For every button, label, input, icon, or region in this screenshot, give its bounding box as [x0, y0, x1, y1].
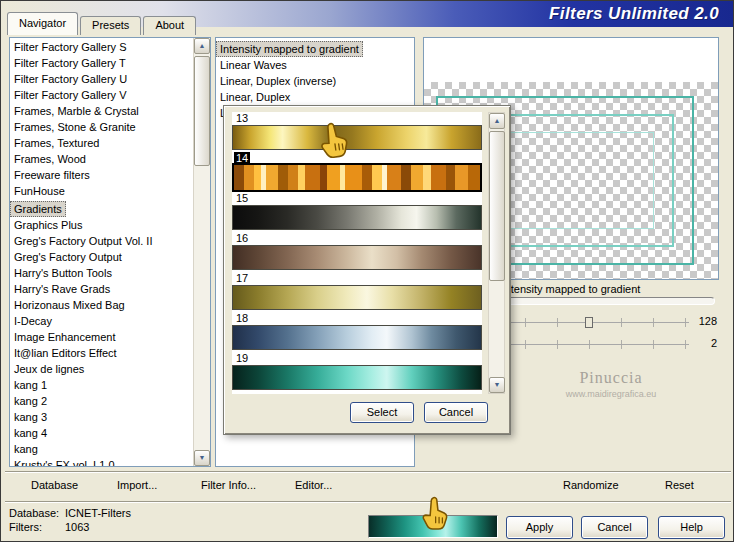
tab-presets[interactable]: Presets — [80, 16, 141, 35]
filter-item[interactable]: Linear, Duplex (inverse) — [216, 73, 413, 89]
gradient-number: 18 — [234, 312, 250, 325]
watermark-url: www.maidiregrafica.eu — [539, 389, 683, 399]
database-value: ICNET-Filters — [65, 507, 131, 519]
gradient-number: 13 — [234, 112, 250, 125]
popup-scrollbar[interactable]: ▲ ▼ — [488, 112, 505, 394]
gradient-swatch[interactable] — [232, 325, 482, 350]
navigator-item[interactable]: FunHouse — [10, 183, 193, 199]
navigator-panel: Filter Factory Gallery SFilter Factory G… — [9, 37, 211, 467]
param1-slider-thumb[interactable] — [585, 317, 593, 328]
cancel-button[interactable]: Cancel — [581, 516, 648, 539]
gradient-option-19[interactable]: 19 — [232, 352, 482, 392]
select-button[interactable]: Select — [350, 402, 414, 423]
filter-info-button[interactable]: Filter Info... — [201, 479, 256, 491]
navigator-item[interactable]: Freeware filters — [10, 167, 193, 183]
randomize-button[interactable]: Randomize — [563, 479, 619, 491]
navigator-item[interactable]: kang 4 — [10, 425, 193, 441]
navigator-item[interactable]: Jeux de lignes — [10, 361, 193, 377]
navigator-item[interactable]: I-Decay — [10, 313, 193, 329]
gradient-swatch[interactable] — [232, 163, 482, 192]
database-label: Database: — [9, 507, 59, 519]
gradient-number: 15 — [234, 192, 250, 205]
navigator-item[interactable]: kang 3 — [10, 409, 193, 425]
separator — [5, 501, 731, 503]
navigator-item[interactable]: Krusty's FX vol. I 1.0 — [10, 457, 193, 466]
reset-button[interactable]: Reset — [665, 479, 694, 491]
gradient-option-15[interactable]: 15 — [232, 192, 482, 232]
navigator-item[interactable]: Image Enhancement — [10, 329, 193, 345]
import-button[interactable]: Import... — [117, 479, 157, 491]
navigator-item[interactable]: Frames, Wood — [10, 151, 193, 167]
scrollbar-thumb[interactable] — [194, 56, 210, 166]
database-button[interactable]: Database — [31, 479, 78, 491]
filters-count-value: 1063 — [65, 521, 89, 533]
gradient-option-13[interactable]: 13 — [232, 112, 482, 152]
apply-button[interactable]: Apply — [506, 516, 573, 539]
navigator-item[interactable]: Harry's Button Tools — [10, 265, 193, 281]
navigator-item[interactable]: Graphics Plus — [10, 217, 193, 233]
scroll-down-icon[interactable]: ▼ — [489, 377, 505, 393]
popup-cancel-button[interactable]: Cancel — [424, 402, 488, 423]
hand-cursor-icon — [316, 119, 352, 165]
navigator-item[interactable]: Filter Factory Gallery T — [10, 55, 193, 71]
tab-about[interactable]: About — [143, 16, 196, 35]
gradient-swatch[interactable] — [232, 205, 482, 230]
navigator-item[interactable]: Harry's Rave Grads — [10, 281, 193, 297]
filter-item[interactable]: Intensity mapped to gradient — [216, 41, 363, 57]
navigator-item[interactable]: Filter Factory Gallery S — [10, 39, 193, 55]
gradient-list: 13141516171819 — [232, 112, 482, 394]
scroll-up-icon[interactable]: ▲ — [194, 38, 210, 54]
filters-unlimited-window: Filters Unlimited 2.0 Navigator Presets … — [0, 0, 734, 542]
navigator-item[interactable]: Horizonaus Mixed Bag — [10, 297, 193, 313]
navigator-item[interactable]: kang 2 — [10, 393, 193, 409]
gradient-option-17[interactable]: 17 — [232, 272, 482, 312]
gradient-option-14[interactable]: 14 — [232, 152, 482, 192]
filter-item[interactable]: Linear, Duplex — [216, 89, 413, 105]
gradient-swatch[interactable] — [232, 245, 482, 270]
tab-navigator[interactable]: Navigator — [7, 12, 78, 35]
gradient-swatch[interactable] — [232, 365, 482, 390]
gradient-number: 19 — [234, 352, 250, 365]
gradient-option-18[interactable]: 18 — [232, 312, 482, 352]
navigator-item[interactable]: It@lian Editors Effect — [10, 345, 193, 361]
help-button[interactable]: Help — [658, 516, 725, 539]
navigator-item[interactable]: Gradients — [10, 201, 66, 217]
gradient-number: 17 — [234, 272, 250, 285]
scrollbar-thumb[interactable] — [489, 131, 505, 281]
navigator-item[interactable]: kang — [10, 441, 193, 457]
navigator-item[interactable]: Filter Factory Gallery U — [10, 71, 193, 87]
gradient-swatch[interactable] — [232, 285, 482, 310]
navigator-item[interactable]: Frames, Marble & Crystal — [10, 103, 193, 119]
navigator-scrollbar[interactable]: ▲ ▼ — [193, 38, 210, 466]
navigator-list: Filter Factory Gallery SFilter Factory G… — [10, 39, 193, 466]
navigator-item[interactable]: Greg's Factory Output Vol. II — [10, 233, 193, 249]
filter-item[interactable]: Linear Waves — [216, 57, 413, 73]
hand-cursor-icon — [421, 495, 449, 535]
scroll-up-icon[interactable]: ▲ — [489, 113, 505, 129]
param2-value: 2 — [689, 337, 717, 349]
navigator-item[interactable]: kang 1 — [10, 377, 193, 393]
scroll-down-icon[interactable]: ▼ — [194, 450, 210, 466]
gradient-option-16[interactable]: 16 — [232, 232, 482, 272]
gradient-number: 14 — [234, 152, 250, 165]
gradient-popup: 13141516171819 ▲ ▼ Select Cancel — [223, 105, 511, 435]
separator — [5, 471, 731, 473]
gradient-number: 16 — [234, 232, 250, 245]
navigator-item[interactable]: Frames, Textured — [10, 135, 193, 151]
tab-bar: Navigator Presets About — [7, 12, 198, 35]
watermark-text: Pinuccia — [539, 369, 683, 387]
navigator-item[interactable]: Frames, Stone & Granite — [10, 119, 193, 135]
navigator-item[interactable]: Greg's Factory Output — [10, 249, 193, 265]
filters-count-label: Filters: — [9, 521, 42, 533]
gradient-swatch[interactable] — [232, 125, 482, 150]
navigator-item[interactable]: Filter Factory Gallery V — [10, 87, 193, 103]
editor-button[interactable]: Editor... — [295, 479, 332, 491]
app-title: Filters Unlimited 2.0 — [549, 4, 719, 24]
param1-value: 128 — [689, 315, 717, 327]
